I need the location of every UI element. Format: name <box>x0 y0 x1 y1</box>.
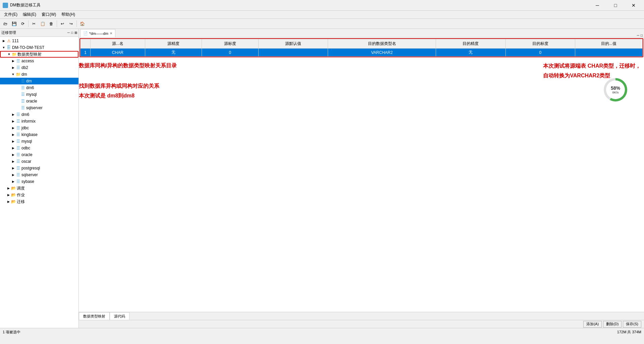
tree-item[interactable]: ▶☰postgresql <box>0 165 78 171</box>
annotation-find-relation: 找到数据库异构或同构对应的关系本次测试是 dm8到dm8 <box>79 81 159 101</box>
tree-expand-icon[interactable]: ▶ <box>11 173 15 177</box>
tree-item[interactable]: ▶☰oscar <box>0 158 78 165</box>
toolbar-cut[interactable]: ✂ <box>30 20 38 28</box>
tree-expand-icon[interactable]: ▶ <box>11 59 15 63</box>
tree-item[interactable]: ☰dm <box>0 78 78 84</box>
tree-expand-icon[interactable]: ▼ <box>7 53 11 56</box>
toolbar-home[interactable]: 🏠 <box>78 20 86 28</box>
tree-item[interactable]: ▶☰oracle <box>0 151 78 158</box>
tree-expand-icon[interactable]: ▶ <box>11 113 15 116</box>
tree-item[interactable]: ▶⚠111 <box>0 38 78 44</box>
toolbar-new[interactable]: 🗁 <box>1 20 9 28</box>
col-source-precision[interactable]: 源精度 <box>145 39 202 49</box>
tree-expand-icon[interactable]: ▶ <box>11 166 15 170</box>
tree-item[interactable]: ☰dm6 <box>0 84 78 91</box>
menu-window[interactable]: 窗口(W) <box>39 11 59 19</box>
tree-item[interactable]: ▶☰mysql <box>0 138 78 145</box>
progress-inner: 58% 0K/s <box>606 80 625 99</box>
tab-close[interactable]: ✕ <box>110 31 112 35</box>
tree-expand-icon[interactable]: ▼ <box>1 46 6 49</box>
toolbar-undo[interactable]: ↩ <box>58 20 66 28</box>
tab-ctrl-max[interactable]: □ <box>641 33 643 37</box>
tree-node-label: kingbase <box>21 132 38 137</box>
toolbar-save[interactable]: 💾 <box>10 20 18 28</box>
menu-help[interactable]: 帮助(H) <box>59 11 78 19</box>
toolbar-delete[interactable]: 🗑 <box>47 20 55 28</box>
table-row[interactable]: 1CHAR无0VARCHAR2无0 <box>80 49 643 57</box>
tree-item[interactable]: ▼📁dm <box>0 71 78 78</box>
tree-item[interactable]: ▶☰odbc <box>0 145 78 151</box>
save-button[interactable]: 保存(S) <box>623 321 641 328</box>
tree-node-icon: 📂 <box>11 193 16 197</box>
tree-item[interactable]: ▶📂调度 <box>0 185 78 192</box>
toolbar-redo[interactable]: ↪ <box>67 20 75 28</box>
menu-file[interactable]: 文件(E) <box>1 11 20 19</box>
tree-expand-icon[interactable]: ▶ <box>11 153 15 156</box>
tree-expand-icon[interactable]: ▶ <box>11 126 15 130</box>
tree-expand-icon[interactable]: ▶ <box>11 120 15 123</box>
tab-data-type-map[interactable]: 数据类型映射 <box>79 312 110 320</box>
col-source-scale[interactable]: 源标度 <box>202 39 258 49</box>
col-target-precision[interactable]: 目的精度 <box>436 39 505 49</box>
table-cell: 无 <box>145 49 202 57</box>
tree-item[interactable]: ▼🗄DM-TO-DM-TEST <box>0 44 78 51</box>
tree-node-label: 调度 <box>17 186 25 191</box>
tab-label: *dm——dm <box>89 31 108 36</box>
tree-item[interactable]: ▶☰db2 <box>0 64 78 71</box>
toolbar-copy[interactable]: 📋 <box>39 20 47 28</box>
col-source-name[interactable]: 源...名 <box>91 39 145 49</box>
tree-item[interactable]: ☰oracle <box>0 98 78 105</box>
maximize-button[interactable]: □ <box>608 0 623 11</box>
col-target-type[interactable]: 目的数据类型名 <box>328 39 436 49</box>
tree-item[interactable]: ▶☰dm6 <box>0 111 78 118</box>
tree-node-label: dm6 <box>26 85 34 90</box>
tree-expand-icon[interactable]: ▶ <box>6 193 11 197</box>
col-rownum <box>80 39 91 49</box>
delete-button[interactable]: 删除(D) <box>603 321 622 328</box>
tree-expand-icon[interactable]: ▶ <box>11 133 15 136</box>
tree-item[interactable]: ▶📂迁移 <box>0 198 78 205</box>
panel-maximize[interactable]: □ <box>71 31 73 35</box>
toolbar-sep1 <box>28 20 29 27</box>
tree-item[interactable]: ▼📁数据类型映射 <box>0 51 78 58</box>
toolbar-refresh[interactable]: ⟳ <box>19 20 27 28</box>
app-title: DM数据迁移工具 <box>10 2 590 8</box>
tree-item[interactable]: ▶☰jdbc <box>0 125 78 131</box>
tree-expand-icon[interactable]: ▶ <box>11 160 15 163</box>
tree-item[interactable]: ▶📂作业 <box>0 192 78 198</box>
progress-circle: 58% 0K/s <box>604 78 627 101</box>
toolbar: 🗁 💾 ⟳ ✂ 📋 🗑 ↩ ↪ 🏠 <box>0 19 644 29</box>
tree-expand-icon[interactable]: ▶ <box>11 180 15 183</box>
tree-node-icon: 🗄 <box>6 45 11 50</box>
menu-edit[interactable]: 编辑(E) <box>20 11 39 19</box>
col-target-default[interactable]: 目的...值 <box>575 39 642 49</box>
tree-item[interactable]: ▶☰access <box>0 58 78 64</box>
tree-item[interactable]: ▶☰kingbase <box>0 131 78 138</box>
tree-node-label: sqlserver <box>21 173 38 177</box>
tree-expand-icon[interactable]: ▶ <box>11 146 15 150</box>
main-tab[interactable]: 📄 *dm——dm ✕ <box>80 29 115 37</box>
tree-node-label: dm6 <box>21 112 29 117</box>
tree-expand-icon[interactable]: ▶ <box>11 140 15 143</box>
tree-expand-icon[interactable]: ▼ <box>11 73 15 76</box>
tab-source-code[interactable]: 源代码 <box>110 312 129 320</box>
tree-expand-icon[interactable]: ▶ <box>1 39 6 43</box>
tree-node-label: DM-TO-DM-TEST <box>12 45 44 50</box>
panel-expand[interactable]: ⊞ <box>74 31 77 35</box>
tree-expand-icon[interactable]: ▶ <box>11 66 15 69</box>
tree-expand-icon[interactable]: ▶ <box>6 187 11 190</box>
tab-ctrl-min[interactable]: ─ <box>637 33 639 37</box>
minimize-button[interactable]: ─ <box>590 0 605 11</box>
tree-item[interactable]: ▶☰sqlserver <box>0 171 78 178</box>
tree-item[interactable]: ☰mysql <box>0 91 78 98</box>
tree-item[interactable]: ☰sqlserver <box>0 105 78 111</box>
tree-item[interactable]: ▶☰sybase <box>0 178 78 185</box>
panel-minimize[interactable]: ─ <box>67 31 70 35</box>
tree-item[interactable]: ▶☰informix <box>0 118 78 125</box>
title-bar: DM数据迁移工具 ─ □ ✕ <box>0 0 644 11</box>
add-button[interactable]: 添加(A) <box>583 321 602 328</box>
col-target-scale[interactable]: 目的标度 <box>505 39 575 49</box>
tree-expand-icon[interactable]: ▶ <box>6 200 11 203</box>
col-source-default[interactable]: 源默认值 <box>258 39 328 49</box>
close-button[interactable]: ✕ <box>626 0 641 11</box>
